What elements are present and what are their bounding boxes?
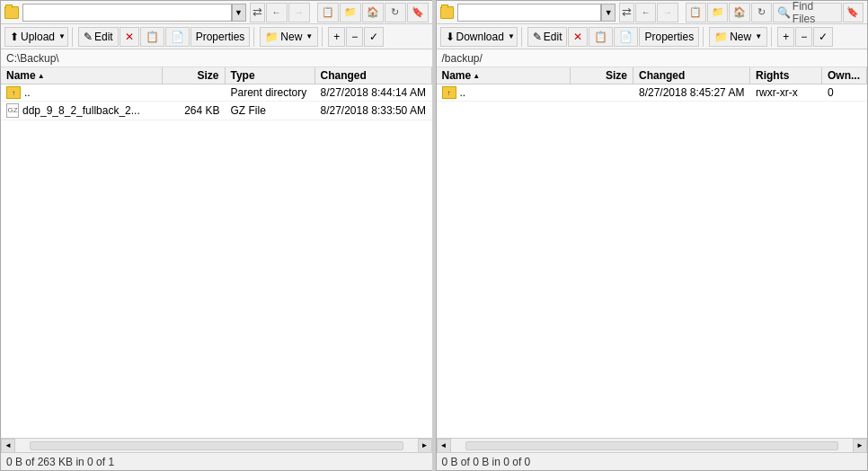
left-upload-btn[interactable]: ⬆ Upload ▼ — [4, 27, 68, 47]
right-new-btn[interactable]: 📁 New ▼ — [709, 27, 767, 47]
upload-dropdown-arrow: ▼ — [58, 32, 66, 40]
right-plus-btn[interactable]: + — [777, 27, 794, 47]
left-minus-btn[interactable]: − — [346, 27, 363, 47]
left-location-icon — [4, 6, 19, 19]
right-icon-btn-1[interactable]: 📋 — [686, 3, 706, 22]
right-col-name-header[interactable]: Name ▲ — [437, 67, 571, 84]
left-file-row-parent[interactable]: ↑ .. Parent directory 8/27/2018 8:44:14 … — [1, 84, 432, 102]
download-icon: ⬇ — [446, 31, 455, 43]
left-icon-3[interactable]: 📄 — [165, 27, 190, 47]
left-delete-btn[interactable]: ✕ — [120, 27, 139, 47]
left-file-type-parent: Parent directory — [226, 84, 315, 101]
left-toolbar-icons[interactable]: ⇄ — [250, 3, 265, 22]
left-pane: C: Local Disk ▼ ⇄ ← → 📋 📁 🏠 ↻ 🔖 — [0, 0, 432, 471]
left-new-btn[interactable]: 📁 New ▼ — [260, 27, 318, 47]
right-minus-icon: − — [801, 31, 807, 43]
right-scrollbar-h[interactable]: ◄ ► — [437, 438, 868, 452]
left-check-btn[interactable]: ✓ — [364, 27, 384, 47]
right-file-size-parent — [571, 91, 633, 94]
right-edit-btn[interactable]: ✎ Edit — [527, 27, 568, 47]
right-pane: backup ▼ ⇄ ← → 📋 📁 🏠 ↻ 🔍 Find Files 🔖 — [436, 0, 869, 471]
right-folder-up-icon: ↑ — [442, 86, 456, 99]
right-scroll-right[interactable]: ► — [853, 439, 867, 453]
right-col-changed-header[interactable]: Changed — [633, 67, 750, 84]
right-icon-btn-bookmark[interactable]: 🔖 — [843, 3, 864, 22]
right-nav-back[interactable]: ← — [635, 3, 656, 22]
left-file-list-header: Name ▲ Size Type Changed — [1, 67, 432, 84]
right-copy-icon: 📋 — [594, 31, 607, 43]
left-file-name-parent: ↑ .. — [1, 84, 163, 101]
left-icon-2[interactable]: 📋 — [140, 27, 164, 47]
right-download-btn[interactable]: ⬇ Download ▼ — [440, 27, 518, 47]
right-icon-btn-home[interactable]: 🏠 — [729, 3, 749, 22]
left-col-size-header[interactable]: Size — [163, 67, 226, 84]
right-location-input[interactable]: backup — [457, 4, 601, 22]
right-location-dropdown[interactable]: ▼ — [601, 4, 616, 22]
right-delete-btn[interactable]: ✕ — [568, 27, 588, 47]
right-minus-btn[interactable]: − — [795, 27, 812, 47]
right-scroll-track[interactable] — [465, 441, 839, 450]
left-file-changed-gz: 8/27/2018 8:33:50 AM — [315, 102, 432, 119]
left-icon-btn-1[interactable]: 📋 — [317, 3, 339, 22]
right-status-text: 0 B of 0 B in 0 of 0 — [442, 456, 531, 468]
right-move-icon: 📄 — [619, 31, 633, 43]
left-tb-edit-group: ✎ Edit ✕ 📋 📄 Properties — [78, 27, 254, 47]
right-scroll-left[interactable]: ◄ — [437, 439, 451, 453]
left-scroll-right[interactable]: ► — [418, 439, 432, 453]
right-file-row-parent[interactable]: ↑ .. 8/27/2018 8:45:27 AM rwxr-xr-x 0 — [437, 84, 868, 102]
left-path-bar: C:\Backup\ — [1, 49, 432, 67]
left-icon-btn-bookmark[interactable]: 🔖 — [407, 3, 429, 22]
left-icon-btn-home[interactable]: 🏠 — [362, 3, 384, 22]
left-file-row-gz[interactable]: GZ ddp_9_8_2_fullback_2... 264 KB GZ Fil… — [1, 102, 432, 120]
left-plus-btn[interactable]: + — [328, 27, 345, 47]
right-col-size-header[interactable]: Size — [571, 67, 633, 84]
left-location-bar: C: Local Disk ▼ ⇄ ← → 📋 📁 🏠 ↻ 🔖 — [1, 1, 432, 24]
right-file-name-parent: ↑ .. — [437, 84, 571, 101]
right-icon-btn-refresh[interactable]: ↻ — [751, 3, 772, 22]
left-icon-btn-refresh[interactable]: ↻ — [385, 3, 406, 22]
upload-icon: ⬆ — [10, 31, 19, 43]
left-tb-upload-group: ⬆ Upload ▼ — [4, 27, 73, 47]
right-path-text: /backup/ — [442, 52, 483, 65]
right-location-bar: backup ▼ ⇄ ← → 📋 📁 🏠 ↻ 🔍 Find Files 🔖 — [437, 1, 868, 24]
right-edit-icon: ✎ — [533, 31, 542, 43]
left-properties-btn[interactable]: Properties — [190, 27, 251, 47]
left-location-input[interactable]: C: Local Disk — [22, 4, 232, 22]
right-icon-3[interactable]: 📄 — [614, 27, 638, 47]
right-toolbar-icons[interactable]: ⇄ — [619, 3, 634, 22]
right-col-owner-header[interactable]: Own... — [822, 67, 867, 84]
left-edit-btn[interactable]: ✎ Edit — [78, 27, 119, 47]
left-scrollbar-h[interactable]: ◄ ► — [1, 438, 432, 452]
right-file-changed-parent: 8/27/2018 8:45:27 AM — [633, 84, 750, 101]
left-tb-new-group: 📁 New ▼ — [260, 27, 323, 47]
right-nav-forward[interactable]: → — [657, 3, 678, 22]
right-find-files-btn[interactable]: 🔍 Find Files — [773, 3, 842, 22]
right-tb-edit-group: ✎ Edit ✕ 📋 📄 Properties — [527, 27, 704, 47]
plus-icon: + — [333, 31, 340, 43]
right-check-btn[interactable]: ✓ — [813, 27, 833, 47]
right-file-list[interactable]: Name ▲ Size Changed Rights Own... — [437, 67, 868, 438]
right-col-rights-header[interactable]: Rights — [750, 67, 822, 84]
right-properties-btn[interactable]: Properties — [639, 27, 699, 47]
left-location-dropdown[interactable]: ▼ — [232, 4, 246, 22]
left-file-size-gz: 264 KB — [163, 102, 226, 119]
right-check-icon: ✓ — [819, 31, 828, 43]
left-file-name-gz: GZ ddp_9_8_2_fullback_2... — [1, 102, 163, 120]
left-col-changed-header[interactable]: Changed — [315, 67, 432, 84]
move-icon: 📄 — [171, 31, 184, 43]
left-nav-back[interactable]: ← — [266, 3, 288, 22]
left-col-type-header[interactable]: Type — [226, 67, 315, 84]
right-file-owner-parent: 0 — [822, 84, 867, 101]
left-scroll-track[interactable] — [30, 441, 403, 450]
left-icon-btn-2[interactable]: 📁 — [340, 3, 361, 22]
right-location-icon — [440, 6, 455, 19]
right-tb-new-group: 📁 New ▼ — [709, 27, 772, 47]
right-new-icon: 📁 — [714, 31, 728, 43]
left-file-list[interactable]: Name ▲ Size Type Changed ↑ — [1, 67, 432, 438]
right-icon-2[interactable]: 📋 — [589, 27, 613, 47]
left-col-name-header[interactable]: Name ▲ — [1, 67, 163, 84]
left-nav-forward[interactable]: → — [288, 3, 310, 22]
left-scroll-left[interactable]: ◄ — [1, 439, 15, 453]
right-file-rights-parent: rwxr-xr-x — [750, 84, 822, 101]
right-icon-btn-2[interactable]: 📁 — [707, 3, 728, 22]
